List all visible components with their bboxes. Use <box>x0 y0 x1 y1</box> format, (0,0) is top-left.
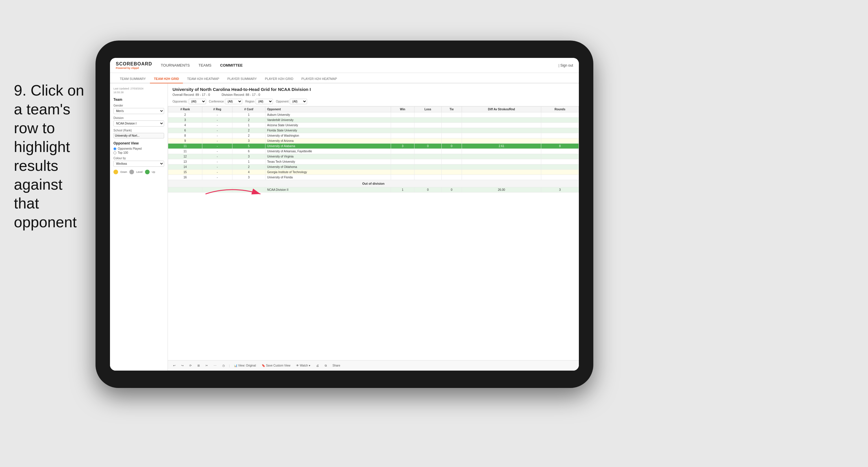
division-record: Division Record: 88 - 17 - 0 <box>222 93 260 96</box>
grid-header: University of North Carolina Head-to-Hea… <box>168 83 579 106</box>
time-btn[interactable]: ◷ <box>221 363 227 368</box>
table-row[interactable]: 9-3University of Arizona <box>168 138 579 144</box>
sign-out-link[interactable]: Sign out <box>560 63 573 67</box>
division-select[interactable]: NCAA Division I <box>114 120 164 126</box>
out-of-division-label-row: Out of division <box>168 180 579 187</box>
down-color-dot <box>114 170 118 174</box>
col-tie: Tie <box>441 107 462 112</box>
opponent-filter-select[interactable]: (All) <box>290 99 307 104</box>
level-color-dot <box>129 170 134 174</box>
col-win: Win <box>391 107 414 112</box>
col-rank: # Rank <box>168 107 202 112</box>
division-label: Division <box>114 116 164 120</box>
tab-player-h2h-heatmap[interactable]: PLAYER H2H HEATMAP <box>297 75 341 83</box>
conference-select[interactable]: (All) <box>225 99 242 104</box>
radio-top-100[interactable]: Top 100 <box>114 151 164 154</box>
col-diff: Diff Av Strokes/Rnd <box>462 107 541 112</box>
table-row[interactable]: 3-2Vanderbilt University <box>168 118 579 123</box>
opponents-select[interactable]: (All) <box>189 99 206 104</box>
tab-team-summary[interactable]: TEAM SUMMARY <box>116 75 150 83</box>
sub-nav: TEAM SUMMARY TEAM H2H GRID TEAM H2H HEAT… <box>110 73 579 83</box>
opponent-filter-label: Opponent <box>276 100 288 103</box>
save-custom-view-btn[interactable]: 🔖 Save Custom View <box>260 363 292 368</box>
grid-filters: Opponents: (All) Conference (All) <box>173 99 574 104</box>
school-input[interactable] <box>114 133 164 138</box>
colour-by-select[interactable]: Win/loss <box>114 161 164 167</box>
table-row[interactable]: 4-1Arizona State University <box>168 123 579 128</box>
step-number: 9. <box>14 82 26 99</box>
color-legend: Down Level Up <box>114 170 164 174</box>
sidebar-team-label: Team <box>114 97 164 101</box>
refresh-btn[interactable]: ⟳ <box>188 363 193 368</box>
redo-btn[interactable]: ↪ <box>180 363 185 368</box>
school-label: School (Rank) <box>114 129 164 132</box>
region-filter: Region (All) <box>245 99 273 104</box>
col-conf: # Conf <box>232 107 266 112</box>
update-time: 16:55:38 <box>114 91 164 94</box>
conference-filter: Conference (All) <box>209 99 243 104</box>
table-row[interactable]: 8-2University of Washington <box>168 133 579 138</box>
nav-committee[interactable]: COMMITTEE <box>220 62 243 68</box>
logo-title: SCOREBOARD <box>116 61 152 66</box>
grid-btn[interactable]: ⊞ <box>196 363 202 368</box>
grid-title: University of North Carolina Head-to-Hea… <box>173 87 574 92</box>
table-row[interactable]: 15-4Georgia Institute of Technology <box>168 170 579 175</box>
step-text: Click on a team's row to highlight resul… <box>14 82 84 230</box>
sidebar: Last Updated: 27/03/2024 16:55:38 Team G… <box>110 83 168 371</box>
table-row[interactable]: 6-2Florida State University <box>168 128 579 133</box>
nav-teams[interactable]: TEAMS <box>198 62 212 68</box>
out-of-division-row[interactable]: NCAA Division II10026.003 <box>168 187 579 193</box>
table-row[interactable]: 2-1Auburn University <box>168 112 579 118</box>
undo-btn[interactable]: ↩ <box>172 363 177 368</box>
overall-record: Overall Record: 89 - 17 - 0 <box>173 93 210 96</box>
last-updated: Last Updated: 27/03/2024 <box>114 87 164 91</box>
main-content: Last Updated: 27/03/2024 16:55:38 Team G… <box>110 83 579 371</box>
table-row[interactable]: 14-2University of Oklahoma <box>168 165 579 170</box>
opponent-view-options: Opponents Played Top 100 <box>114 147 164 154</box>
nav-right: | Sign out <box>559 63 574 67</box>
watch-btn[interactable]: 👁 Watch ▾ <box>294 363 312 368</box>
logo-subtitle: Powered by clippd <box>116 66 152 69</box>
col-loss: Loss <box>414 107 441 112</box>
opponent-filter: Opponent (All) <box>276 99 307 104</box>
tab-team-h2h-heatmap[interactable]: TEAM H2H HEATMAP <box>183 75 223 83</box>
table-row[interactable]: 13-1Texas Tech University <box>168 159 579 165</box>
gender-select[interactable]: Men's <box>114 108 164 114</box>
gender-label: Gender <box>114 104 164 107</box>
opponent-view-label: Opponent View <box>114 141 164 145</box>
up-color-dot <box>145 170 150 174</box>
opponents-label: Opponents: <box>173 100 188 103</box>
grid-table-wrap: # Rank # Reg # Conf Opponent Win Loss Ti… <box>168 106 579 360</box>
region-select[interactable]: (All) <box>255 99 273 104</box>
table-row[interactable]: 12-3University of Virginia <box>168 154 579 159</box>
col-reg: # Reg <box>202 107 232 112</box>
device-frame: SCOREBOARD Powered by clippd TOURNAMENTS… <box>95 40 593 388</box>
tab-player-summary[interactable]: PLAYER SUMMARY <box>223 75 261 83</box>
colour-by-label: Colour by <box>114 157 164 160</box>
tab-team-h2h-grid[interactable]: TEAM H2H GRID <box>150 75 183 83</box>
print-btn[interactable]: 🖨 <box>314 363 321 368</box>
copy-btn[interactable]: ⧉ <box>323 363 329 368</box>
nav-links: TOURNAMENTS TEAMS COMMITTEE <box>161 62 559 68</box>
table-row[interactable]: 11-5University of Alabama3002.618 <box>168 144 579 149</box>
data-table: # Rank # Reg # Conf Opponent Win Loss Ti… <box>168 106 579 193</box>
toolbar-sep1: | <box>229 364 230 368</box>
down-label: Down <box>120 171 127 173</box>
share-btn[interactable]: Share <box>331 363 342 368</box>
view-original-btn[interactable]: 📊 View: Original <box>232 363 257 368</box>
grid-records: Overall Record: 89 - 17 - 0 Division Rec… <box>173 93 574 96</box>
nav-tournaments[interactable]: TOURNAMENTS <box>161 62 190 68</box>
radio-opponents-played[interactable]: Opponents Played <box>114 147 164 150</box>
table-row[interactable]: 11-6University of Arkansas, Fayetteville <box>168 149 579 154</box>
conference-label: Conference <box>209 100 224 103</box>
more-btn[interactable]: ⋯ <box>212 363 218 368</box>
grid-area: University of North Carolina Head-to-Hea… <box>168 83 579 371</box>
table-row[interactable]: 16-3University of Florida <box>168 175 579 180</box>
bottom-toolbar: ↩ ↪ ⟳ ⊞ ✂ ⋯ ◷ | 📊 View: Original 🔖 Save … <box>168 360 579 371</box>
opponents-filter: Opponents: (All) <box>173 99 206 104</box>
cut-btn[interactable]: ✂ <box>204 363 210 368</box>
sidebar-meta: Last Updated: 27/03/2024 16:55:38 <box>114 87 164 94</box>
tab-player-h2h-grid[interactable]: PLAYER H2H GRID <box>261 75 297 83</box>
col-opponent: Opponent <box>266 107 391 112</box>
level-label: Level <box>136 171 143 173</box>
